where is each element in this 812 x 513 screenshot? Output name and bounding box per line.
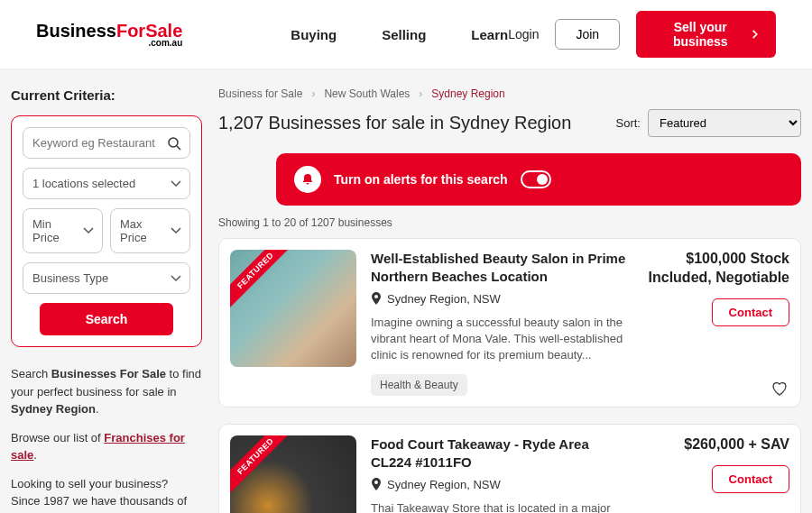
featured-ribbon: FEATURED: [230, 250, 297, 312]
featured-ribbon: FEATURED: [230, 435, 297, 498]
listing-title[interactable]: Well-Established Beauty Salon in Prime N…: [371, 250, 631, 287]
sort-select[interactable]: Featured: [648, 109, 801, 137]
sort-control: Sort: Featured: [616, 109, 801, 137]
listing-location: Sydney Region, NSW: [387, 478, 501, 491]
listing-description: Thai Takeaway Store that is located in a…: [371, 500, 631, 513]
listing-card[interactable]: FEATURED Well-Established Beauty Salon i…: [218, 238, 801, 408]
alerts-bar[interactable]: Turn on alerts for this search: [276, 153, 801, 206]
keyword-input[interactable]: [23, 127, 190, 159]
sell-business-label: Sell your business: [654, 20, 746, 49]
bell-icon: [294, 166, 321, 193]
sell-business-button[interactable]: Sell your business: [636, 11, 776, 58]
alerts-text: Turn on alerts for this search: [334, 172, 508, 187]
business-type-select[interactable]: Business Type: [23, 262, 190, 294]
min-price-select[interactable]: Min Price: [23, 208, 103, 253]
location-icon: [371, 478, 382, 490]
breadcrumb-item[interactable]: New South Wales: [324, 87, 410, 100]
listing-location: Sydney Region, NSW: [387, 292, 501, 306]
listing-tag[interactable]: Health & Beauty: [371, 374, 467, 396]
nav-learn[interactable]: Learn: [471, 27, 508, 42]
contact-button[interactable]: Contact: [712, 298, 789, 326]
breadcrumb: Business for Sale › New South Wales › Sy…: [218, 87, 801, 100]
sidebar: Current Criteria: 1 locations selected M…: [11, 87, 202, 513]
join-button[interactable]: Join: [555, 19, 620, 50]
sidebar-text: Search Businesses For Sale to find your …: [11, 365, 202, 513]
listing-title[interactable]: Food Court Takeaway - Ryde Area CL224 #1…: [371, 435, 631, 472]
svg-point-0: [169, 138, 178, 147]
listing-price: $100,000 Stock Included, Negotiable: [645, 250, 789, 288]
nav-selling[interactable]: Selling: [382, 27, 426, 42]
criteria-title: Current Criteria:: [11, 87, 202, 103]
main: Business for Sale › New South Wales › Sy…: [218, 87, 801, 513]
location-icon: [371, 292, 382, 305]
listing-image: FEATURED: [230, 250, 356, 367]
sort-label: Sort:: [616, 116, 641, 130]
listing-card[interactable]: FEATURED Food Court Takeaway - Ryde Area…: [218, 424, 801, 513]
svg-line-1: [177, 146, 180, 150]
page-title: 1,207 Businesses for sale in Sydney Regi…: [218, 113, 571, 133]
logo[interactable]: BusinessForSale .com.au: [36, 21, 182, 48]
search-button[interactable]: Search: [40, 303, 174, 335]
breadcrumb-item[interactable]: Business for Sale: [218, 87, 302, 100]
listing-image: FEATURED: [230, 435, 356, 513]
chevron-right-icon: ›: [419, 87, 422, 100]
search-icon: [167, 136, 181, 151]
chevron-right-icon: ›: [311, 87, 315, 100]
logo-business: Business: [36, 21, 116, 41]
alerts-toggle[interactable]: [521, 170, 551, 188]
auth: Login Join Sell your business: [508, 11, 776, 58]
max-price-select[interactable]: Max Price: [110, 208, 190, 253]
listing-price: $260,000 + SAV: [645, 435, 789, 454]
nav: Buying Selling Learn: [291, 27, 508, 42]
header: BusinessForSale .com.au Buying Selling L…: [0, 0, 812, 69]
nav-buying[interactable]: Buying: [291, 27, 337, 42]
listing-description: Imagine owning a successful beauty salon…: [371, 315, 631, 364]
criteria-box: 1 locations selected Min Price Max Price…: [11, 115, 202, 347]
chevron-right-icon: [752, 29, 758, 40]
showing-count: Showing 1 to 20 of 1207 businesses: [218, 216, 801, 229]
breadcrumb-current: Sydney Region: [431, 87, 504, 100]
heart-icon: [771, 381, 788, 396]
favorite-button[interactable]: [771, 381, 788, 396]
locations-select[interactable]: 1 locations selected: [23, 168, 190, 199]
login-link[interactable]: Login: [508, 27, 539, 41]
contact-button[interactable]: Contact: [712, 465, 789, 493]
